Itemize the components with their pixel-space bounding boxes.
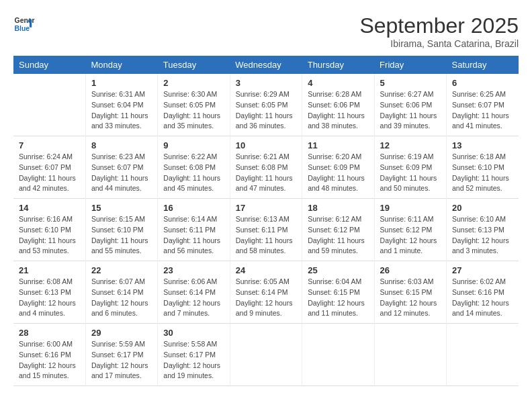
calendar-day-cell <box>447 324 519 386</box>
calendar-day-cell: 4Sunrise: 6:28 AMSunset: 6:06 PMDaylight… <box>302 74 374 136</box>
calendar-day-cell: 17Sunrise: 6:13 AMSunset: 6:11 PMDayligh… <box>230 199 302 261</box>
day-info: Sunrise: 6:31 AMSunset: 6:04 PMDaylight:… <box>91 89 152 132</box>
day-number: 24 <box>236 265 296 275</box>
calendar-day-cell: 1Sunrise: 6:31 AMSunset: 6:04 PMDaylight… <box>85 74 157 136</box>
calendar-day-cell: 18Sunrise: 6:12 AMSunset: 6:12 PMDayligh… <box>302 199 374 261</box>
day-info: Sunrise: 6:22 AMSunset: 6:08 PMDaylight:… <box>163 152 224 194</box>
day-info: Sunrise: 6:02 AMSunset: 6:16 PMDaylight:… <box>452 277 513 319</box>
day-number: 18 <box>308 203 368 213</box>
calendar-day-cell: 2Sunrise: 6:30 AMSunset: 6:05 PMDaylight… <box>158 74 230 136</box>
calendar-day-cell: 13Sunrise: 6:18 AMSunset: 6:10 PMDayligh… <box>447 136 519 199</box>
day-number: 4 <box>308 78 368 88</box>
day-info: Sunrise: 6:06 AMSunset: 6:14 PMDaylight:… <box>163 277 224 319</box>
day-number: 25 <box>308 265 368 275</box>
page-header: General Blue September 2025 Ibirama, San… <box>13 13 519 49</box>
day-header: Tuesday <box>158 56 230 74</box>
day-info: Sunrise: 5:59 AMSunset: 6:17 PMDaylight:… <box>91 339 152 381</box>
day-info: Sunrise: 6:15 AMSunset: 6:10 PMDaylight:… <box>91 214 152 257</box>
day-info: Sunrise: 5:58 AMSunset: 6:17 PMDaylight:… <box>163 339 224 381</box>
day-number: 5 <box>380 78 441 88</box>
calendar-day-cell: 28Sunrise: 6:00 AMSunset: 6:16 PMDayligh… <box>13 324 85 386</box>
calendar-day-cell: 21Sunrise: 6:08 AMSunset: 6:13 PMDayligh… <box>13 261 85 324</box>
calendar-day-cell <box>374 324 446 386</box>
calendar-day-cell: 15Sunrise: 6:15 AMSunset: 6:10 PMDayligh… <box>85 199 157 261</box>
day-number: 22 <box>91 265 152 275</box>
day-number: 10 <box>236 140 296 150</box>
day-info: Sunrise: 6:04 AMSunset: 6:15 PMDaylight:… <box>308 277 368 319</box>
calendar-day-cell: 25Sunrise: 6:04 AMSunset: 6:15 PMDayligh… <box>302 261 374 324</box>
day-info: Sunrise: 6:10 AMSunset: 6:13 PMDaylight:… <box>452 214 513 257</box>
day-info: Sunrise: 6:30 AMSunset: 6:05 PMDaylight:… <box>163 89 224 132</box>
day-info: Sunrise: 6:28 AMSunset: 6:06 PMDaylight:… <box>308 89 368 132</box>
calendar-day-cell: 14Sunrise: 6:16 AMSunset: 6:10 PMDayligh… <box>13 199 85 261</box>
day-number: 19 <box>380 203 441 213</box>
calendar-week-row: 28Sunrise: 6:00 AMSunset: 6:16 PMDayligh… <box>13 324 519 386</box>
calendar-table: SundayMondayTuesdayWednesdayThursdayFrid… <box>13 56 519 386</box>
logo: General Blue <box>13 13 35 35</box>
day-number: 9 <box>163 140 224 150</box>
calendar-day-cell <box>302 324 374 386</box>
calendar-day-cell: 5Sunrise: 6:27 AMSunset: 6:06 PMDaylight… <box>374 74 446 136</box>
day-header: Thursday <box>302 56 374 74</box>
day-number: 26 <box>380 265 441 275</box>
day-number: 30 <box>163 328 224 338</box>
calendar-day-cell: 27Sunrise: 6:02 AMSunset: 6:16 PMDayligh… <box>447 261 519 324</box>
day-info: Sunrise: 6:07 AMSunset: 6:14 PMDaylight:… <box>91 277 152 319</box>
day-info: Sunrise: 6:05 AMSunset: 6:14 PMDaylight:… <box>236 277 296 319</box>
month-title: September 2025 <box>359 13 519 38</box>
day-info: Sunrise: 6:23 AMSunset: 6:07 PMDaylight:… <box>91 152 152 194</box>
day-number: 12 <box>380 140 441 150</box>
calendar-day-cell <box>230 324 302 386</box>
day-info: Sunrise: 6:11 AMSunset: 6:12 PMDaylight:… <box>380 214 441 257</box>
day-header: Friday <box>374 56 446 74</box>
day-info: Sunrise: 6:08 AMSunset: 6:13 PMDaylight:… <box>19 277 80 319</box>
day-number: 15 <box>91 203 152 213</box>
day-info: Sunrise: 6:00 AMSunset: 6:16 PMDaylight:… <box>19 339 80 381</box>
calendar-day-cell: 6Sunrise: 6:25 AMSunset: 6:07 PMDaylight… <box>447 74 519 136</box>
calendar-day-cell: 3Sunrise: 6:29 AMSunset: 6:05 PMDaylight… <box>230 74 302 136</box>
day-info: Sunrise: 6:25 AMSunset: 6:07 PMDaylight:… <box>452 89 513 132</box>
calendar-day-cell: 11Sunrise: 6:20 AMSunset: 6:09 PMDayligh… <box>302 136 374 199</box>
day-info: Sunrise: 6:21 AMSunset: 6:08 PMDaylight:… <box>236 152 296 194</box>
day-header: Saturday <box>447 56 519 74</box>
day-number: 6 <box>452 78 513 88</box>
svg-text:Blue: Blue <box>15 25 30 32</box>
calendar-day-cell: 16Sunrise: 6:14 AMSunset: 6:11 PMDayligh… <box>158 199 230 261</box>
calendar-header-row: SundayMondayTuesdayWednesdayThursdayFrid… <box>13 56 519 74</box>
calendar-day-cell: 12Sunrise: 6:19 AMSunset: 6:09 PMDayligh… <box>374 136 446 199</box>
title-block: September 2025 Ibirama, Santa Catarina, … <box>359 13 519 49</box>
day-number: 20 <box>452 203 513 213</box>
calendar-day-cell: 10Sunrise: 6:21 AMSunset: 6:08 PMDayligh… <box>230 136 302 199</box>
day-number: 16 <box>163 203 224 213</box>
day-header: Wednesday <box>230 56 302 74</box>
day-info: Sunrise: 6:18 AMSunset: 6:10 PMDaylight:… <box>452 152 513 194</box>
day-info: Sunrise: 6:20 AMSunset: 6:09 PMDaylight:… <box>308 152 368 194</box>
calendar-day-cell: 19Sunrise: 6:11 AMSunset: 6:12 PMDayligh… <box>374 199 446 261</box>
calendar-day-cell: 9Sunrise: 6:22 AMSunset: 6:08 PMDaylight… <box>158 136 230 199</box>
day-info: Sunrise: 6:29 AMSunset: 6:05 PMDaylight:… <box>236 89 296 132</box>
day-number: 2 <box>163 78 224 88</box>
day-info: Sunrise: 6:13 AMSunset: 6:11 PMDaylight:… <box>236 214 296 257</box>
calendar-week-row: 7Sunrise: 6:24 AMSunset: 6:07 PMDaylight… <box>13 136 519 199</box>
day-number: 17 <box>236 203 296 213</box>
day-number: 13 <box>452 140 513 150</box>
day-number: 3 <box>236 78 296 88</box>
day-number: 1 <box>91 78 152 88</box>
calendar-day-cell: 7Sunrise: 6:24 AMSunset: 6:07 PMDaylight… <box>13 136 85 199</box>
day-number: 7 <box>19 140 80 150</box>
day-info: Sunrise: 6:16 AMSunset: 6:10 PMDaylight:… <box>19 214 80 257</box>
calendar-week-row: 21Sunrise: 6:08 AMSunset: 6:13 PMDayligh… <box>13 261 519 324</box>
calendar-week-row: 14Sunrise: 6:16 AMSunset: 6:10 PMDayligh… <box>13 199 519 261</box>
calendar-day-cell: 22Sunrise: 6:07 AMSunset: 6:14 PMDayligh… <box>85 261 157 324</box>
day-number: 23 <box>163 265 224 275</box>
day-number: 29 <box>91 328 152 338</box>
calendar-week-row: 1Sunrise: 6:31 AMSunset: 6:04 PMDaylight… <box>13 74 519 136</box>
day-number: 8 <box>91 140 152 150</box>
day-number: 14 <box>19 203 80 213</box>
day-info: Sunrise: 6:19 AMSunset: 6:09 PMDaylight:… <box>380 152 441 194</box>
calendar-day-cell: 24Sunrise: 6:05 AMSunset: 6:14 PMDayligh… <box>230 261 302 324</box>
calendar-day-cell: 23Sunrise: 6:06 AMSunset: 6:14 PMDayligh… <box>158 261 230 324</box>
day-number: 11 <box>308 140 368 150</box>
calendar-day-cell: 8Sunrise: 6:23 AMSunset: 6:07 PMDaylight… <box>85 136 157 199</box>
day-info: Sunrise: 6:14 AMSunset: 6:11 PMDaylight:… <box>163 214 224 257</box>
